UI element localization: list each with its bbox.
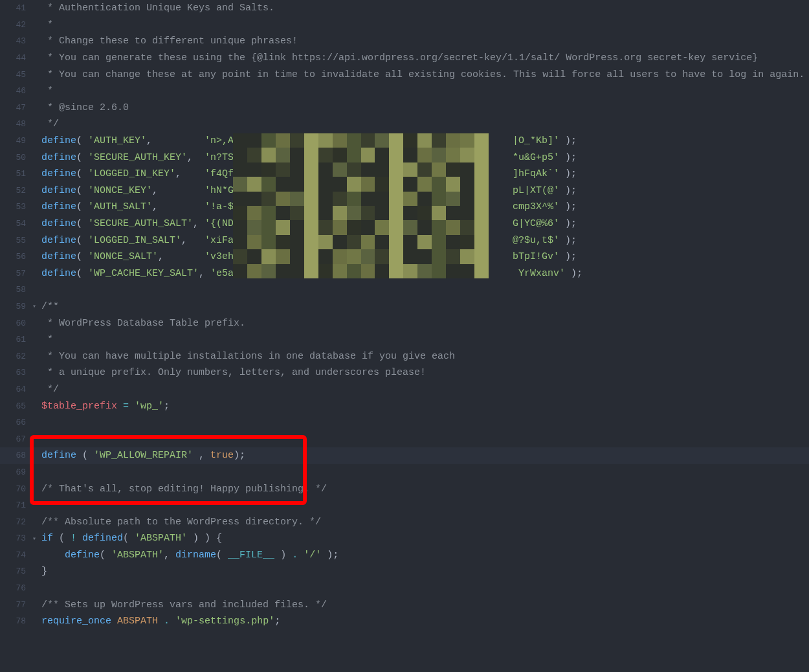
gutter-line-number[interactable]: 44: [0, 53, 32, 63]
code-line[interactable]: 75}: [0, 563, 809, 580]
code-content[interactable]: * You can generate these using the {@lin…: [41, 52, 809, 63]
gutter-line-number[interactable]: 48: [0, 119, 32, 129]
gutter-line-number[interactable]: 65: [0, 401, 32, 411]
code-line[interactable]: 73▾if ( ! defined( 'ABSPATH' ) ) {: [0, 530, 809, 547]
code-content[interactable]: }: [41, 566, 809, 577]
code-content[interactable]: * Change these to different unique phras…: [41, 36, 809, 47]
code-content[interactable]: $table_prefix = 'wp_';: [41, 401, 809, 412]
gutter-line-number[interactable]: 73: [0, 533, 32, 543]
code-content[interactable]: */: [41, 384, 809, 395]
code-content[interactable]: /** Sets up WordPress vars and included …: [41, 599, 809, 610]
code-editor[interactable]: 41 * Authentication Unique Keys and Salt…: [0, 0, 809, 630]
code-line[interactable]: 41 * Authentication Unique Keys and Salt…: [0, 0, 809, 17]
gutter-line-number[interactable]: 60: [0, 319, 32, 328]
gutter-line-number[interactable]: 61: [0, 335, 32, 344]
gutter-line-number[interactable]: 51: [0, 169, 32, 179]
gutter-line-number[interactable]: 58: [0, 285, 32, 295]
code-content[interactable]: *: [41, 334, 809, 345]
fold-marker-icon[interactable]: ▾: [32, 302, 41, 310]
fold-marker-icon[interactable]: ▾: [32, 535, 41, 543]
gutter-line-number[interactable]: 69: [0, 467, 32, 477]
code-content[interactable]: /* That's all, stop editing! Happy publi…: [41, 484, 809, 495]
gutter-line-number[interactable]: 52: [0, 186, 32, 196]
gutter-line-number[interactable]: 53: [0, 202, 32, 212]
code-line[interactable]: 74 define( 'ABSPATH', dirname( __FILE__ …: [0, 547, 809, 564]
code-content[interactable]: if ( ! defined( 'ABSPATH' ) ) {: [41, 533, 809, 544]
code-content[interactable]: /**: [41, 301, 809, 312]
code-line[interactable]: 77/** Sets up WordPress vars and include…: [0, 596, 809, 613]
gutter-line-number[interactable]: 54: [0, 219, 32, 229]
code-line[interactable]: 43 * Change these to different unique ph…: [0, 33, 809, 50]
gutter-line-number[interactable]: 45: [0, 70, 32, 80]
gutter-line-number[interactable]: 74: [0, 550, 32, 560]
gutter-line-number[interactable]: 64: [0, 385, 32, 394]
gutter-line-number[interactable]: 41: [0, 3, 32, 13]
code-line[interactable]: 76: [0, 580, 809, 597]
code-content[interactable]: * Authentication Unique Keys and Salts.: [41, 3, 809, 14]
code-line[interactable]: 58: [0, 282, 809, 298]
code-line[interactable]: 62 * You can have multiple installations…: [0, 348, 809, 364]
code-line[interactable]: 67: [0, 431, 809, 447]
code-line[interactable]: 59▾/**: [0, 298, 809, 315]
code-line[interactable]: 45 * You can change these at any point i…: [0, 66, 809, 83]
code-content[interactable]: /** Absolute path to the WordPress direc…: [41, 517, 809, 528]
code-line[interactable]: 68define ( 'WP_ALLOW_REPAIR' , true);: [0, 447, 809, 464]
code-content[interactable]: * WordPress Database Table prefix.: [41, 318, 809, 329]
gutter-line-number[interactable]: 49: [0, 136, 32, 146]
gutter-line-number[interactable]: 78: [0, 616, 32, 626]
code-content[interactable]: * You can change these at any point in t…: [41, 69, 809, 80]
gutter-line-number[interactable]: 47: [0, 103, 32, 113]
code-line[interactable]: 70/* That's all, stop editing! Happy pub…: [0, 480, 809, 497]
gutter-line-number[interactable]: 43: [0, 36, 32, 46]
gutter-line-number[interactable]: 59: [0, 302, 32, 311]
gutter-line-number[interactable]: 56: [0, 252, 32, 262]
code-line[interactable]: 44 * You can generate these using the {@…: [0, 50, 809, 67]
code-content[interactable]: *: [41, 19, 809, 30]
code-line[interactable]: 72/** Absolute path to the WordPress dir…: [0, 513, 809, 530]
gutter-line-number[interactable]: 71: [0, 500, 32, 510]
code-line[interactable]: 48 */: [0, 116, 809, 133]
code-content[interactable]: * @since 2.6.0: [41, 102, 809, 113]
code-line[interactable]: 78require_once ABSPATH . 'wp-settings.ph…: [0, 613, 809, 630]
gutter-line-number[interactable]: 66: [0, 418, 32, 427]
code-content[interactable]: * a unique prefix. Only numbers, letters…: [41, 367, 809, 378]
gutter-line-number[interactable]: 68: [0, 451, 32, 460]
gutter-line-number[interactable]: 46: [0, 86, 32, 96]
code-line[interactable]: 63 * a unique prefix. Only numbers, lett…: [0, 364, 809, 381]
code-content[interactable]: */: [41, 118, 809, 129]
code-line[interactable]: 64 */: [0, 381, 809, 398]
gutter-line-number[interactable]: 72: [0, 517, 32, 527]
code-content[interactable]: define ( 'WP_ALLOW_REPAIR' , true);: [41, 450, 809, 461]
gutter-line-number[interactable]: 50: [0, 153, 32, 162]
gutter-line-number[interactable]: 62: [0, 352, 32, 361]
code-line[interactable]: 60 * WordPress Database Table prefix.: [0, 315, 809, 331]
code-line[interactable]: 66: [0, 414, 809, 431]
gutter-line-number[interactable]: 75: [0, 566, 32, 576]
gutter-line-number[interactable]: 77: [0, 600, 32, 610]
code-line[interactable]: 65$table_prefix = 'wp_';: [0, 398, 809, 414]
code-line[interactable]: 46 *: [0, 83, 809, 100]
code-content[interactable]: define( 'ABSPATH', dirname( __FILE__ ) .…: [41, 550, 809, 561]
code-content[interactable]: * You can have multiple installations in…: [41, 351, 809, 362]
gutter-line-number[interactable]: 63: [0, 368, 32, 377]
gutter-line-number[interactable]: 70: [0, 484, 32, 494]
gutter-line-number[interactable]: 67: [0, 434, 32, 444]
code-line[interactable]: 71: [0, 497, 809, 514]
code-content[interactable]: *: [41, 85, 809, 96]
gutter-line-number[interactable]: 55: [0, 236, 32, 245]
gutter-line-number[interactable]: 42: [0, 20, 32, 30]
gutter-line-number[interactable]: 57: [0, 269, 32, 278]
code-line[interactable]: 42 *: [0, 17, 809, 34]
code-line[interactable]: 61 *: [0, 331, 809, 348]
code-content[interactable]: require_once ABSPATH . 'wp-settings.php'…: [41, 616, 809, 627]
pixelated-overlay: [233, 133, 489, 278]
code-line[interactable]: 47 * @since 2.6.0: [0, 100, 809, 117]
gutter-line-number[interactable]: 76: [0, 583, 32, 593]
code-line[interactable]: 69: [0, 464, 809, 481]
